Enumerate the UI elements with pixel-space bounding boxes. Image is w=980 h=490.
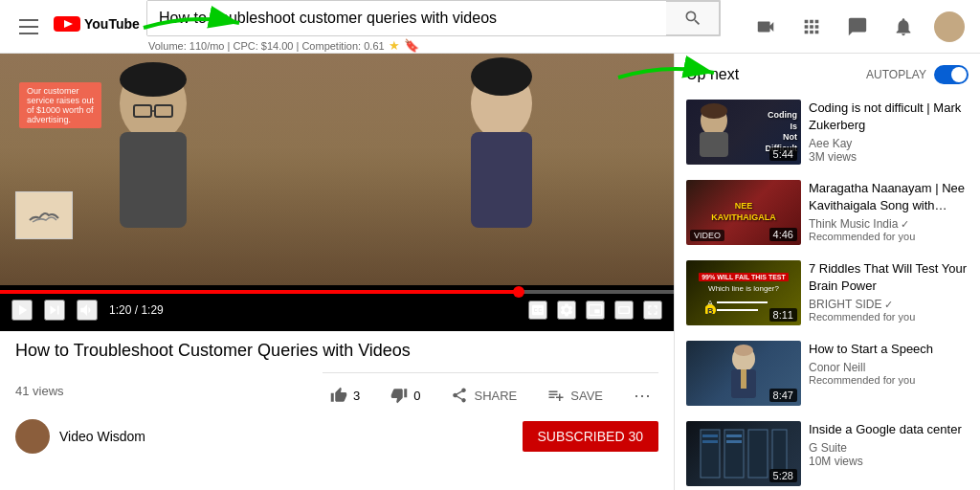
search-icon [683,9,702,28]
autoplay-row: AUTOPLAY [866,65,969,84]
thumb-duration-2: 4:46 [769,228,797,241]
more-options-button[interactable]: ⋯ [626,379,658,412]
video-controls: 1:20 / 1:29 [0,285,674,331]
page-wrapper: YouTube Volume: 110/mo | CPC: $14.00 | C… [0,0,980,490]
time-total: 1:29 [141,303,163,317]
message-button[interactable] [842,11,873,42]
channel-avatar [15,419,50,454]
handshake-image [15,191,73,239]
theater-icon [616,302,632,318]
svg-point-16 [701,103,727,119]
thumb-wrapper-2: NEEKAVITHAIGALA VIDEO 4:46 [686,180,801,245]
svg-rect-31 [702,440,718,443]
svg-point-13 [471,57,532,96]
sidebar-video-1[interactable]: CodingIsNotDifficult 5:44 Coding is not … [675,92,980,172]
card-title-3: 7 Riddles That Will Test Your Brain Powe… [809,260,969,295]
toggle-dot [951,67,967,82]
search-input[interactable] [147,1,666,35]
sidebar-video-3[interactable]: 99% WILL FAIL THIS TEST Which line is lo… [675,253,980,333]
verified-badge-3: ✓ [884,299,893,311]
video-title: How to Troubleshoot Customer Queries wit… [15,339,658,363]
svg-rect-30 [702,434,718,437]
cc-icon [530,302,546,318]
card-channel-2: Think Music India ✓ [809,217,969,231]
up-next-label: Up next [686,66,739,83]
progress-bar[interactable] [0,290,674,294]
video-actions: 3 0 SHARE SAVE [323,372,658,412]
video-info: How to Troubleshoot Customer Queries wit… [0,331,674,412]
dislike-button[interactable]: 0 [383,381,428,410]
thumbs-down-icon [390,387,408,404]
miniplayer-icon [588,302,603,318]
thumb-duration-4: 8:47 [769,389,797,402]
theater-button[interactable] [614,301,634,320]
volume-button[interactable] [77,300,98,321]
autoplay-label: AUTOPLAY [866,68,926,81]
fullscreen-button[interactable] [643,301,662,320]
card-meta-4: How to Start a Speech Conor Neill Recomm… [809,341,969,406]
header-right [750,11,965,42]
like-button[interactable]: 3 [323,381,368,410]
apps-icon [801,16,822,37]
svg-rect-24 [741,369,746,389]
search-button[interactable] [666,1,720,35]
card-channel-3: BRIGHT SIDE ✓ [809,298,969,311]
svg-rect-12 [471,132,532,228]
video-player[interactable]: Our customerservice raises outof $1000 w… [0,54,674,331]
user-avatar[interactable] [934,11,965,42]
video-views: 41 views [15,384,64,398]
svg-text:B: B [707,306,714,314]
ad-banner: Our customerservice raises outof $1000 w… [19,82,101,128]
bell-icon [893,16,914,37]
search-meta: Volume: 110/mo | CPC: $14.00 | Competiti… [146,36,721,53]
progress-fill [0,290,519,294]
subscribe-count-value: 30 [628,429,643,444]
camera-button[interactable] [750,11,781,42]
share-button[interactable]: SHARE [443,381,524,410]
recommended-4: Recommended for you [809,374,969,386]
sidebar-video-2[interactable]: NEEKAVITHAIGALA VIDEO 4:46 Maragatha Naa… [675,172,980,253]
svg-rect-32 [726,434,742,437]
bell-button[interactable] [888,11,919,42]
card-channel-4: Conor Neill [809,361,969,374]
next-button[interactable] [44,300,65,321]
svg-rect-6 [120,132,187,228]
subscribe-label: SUBSCRIBED [538,429,625,444]
youtube-logo[interactable]: YouTube [54,14,140,39]
svg-rect-28 [748,430,768,478]
recommended-3: Recommended for you [809,311,969,323]
controls-row: 1:20 / 1:29 [0,294,674,326]
subscribe-button[interactable]: SUBSCRIBED 30 [523,421,659,452]
main-content: Our customerservice raises outof $1000 w… [0,54,980,490]
card-title-5: Inside a Google data center [809,421,969,438]
sidebar-video-5[interactable]: 5:28 Inside a Google data center G Suite… [675,413,980,490]
save-icon [547,387,565,404]
controls-right [528,301,662,320]
search-bar-wrapper: Volume: 110/mo | CPC: $14.00 | Competiti… [146,0,721,53]
hamburger-menu[interactable] [15,15,42,38]
volume-icon [78,301,96,319]
youtube-icon: YouTube [54,14,140,39]
header: YouTube Volume: 110/mo | CPC: $14.00 | C… [0,0,980,54]
recommended-2: Recommended for you [809,231,969,242]
svg-rect-15 [700,132,728,157]
play-button[interactable] [11,300,33,321]
card-title-2: Maragatha Naanayam | Nee Kavithaigala So… [809,180,969,214]
search-input-row [146,0,721,36]
miniplayer-button[interactable] [586,301,605,320]
thumb-wrapper-5: 5:28 [686,421,801,486]
save-button[interactable]: SAVE [540,381,611,410]
svg-rect-33 [726,440,742,443]
cc-button[interactable] [528,301,547,320]
video-label-2: VIDEO [690,230,724,241]
sidebar-video-4[interactable]: 8:47 How to Start a Speech Conor Neill R… [675,333,980,413]
play-icon [13,301,31,319]
autoplay-toggle[interactable] [934,65,969,84]
apps-button[interactable] [796,11,827,42]
thumbs-up-icon [330,387,347,404]
person-right-silhouette [406,56,597,247]
dislike-count: 0 [413,389,420,403]
video-section: Our customerservice raises outof $1000 w… [0,54,674,490]
settings-button[interactable] [557,301,576,320]
settings-icon [559,302,574,318]
